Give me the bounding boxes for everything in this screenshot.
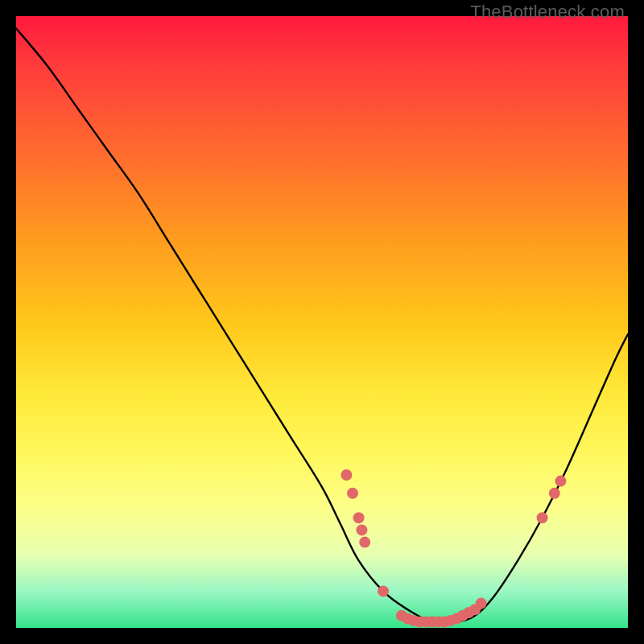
chart-svg — [16, 16, 628, 628]
data-marker — [476, 598, 487, 609]
data-marker — [549, 488, 560, 499]
data-marker — [341, 469, 352, 481]
data-marker — [537, 512, 548, 523]
data-marker — [353, 512, 365, 523]
data-markers — [341, 469, 566, 627]
data-marker — [356, 524, 367, 535]
data-marker — [378, 585, 389, 597]
plot-area — [16, 16, 628, 628]
data-marker — [555, 476, 566, 487]
bottleneck-curve — [16, 28, 628, 623]
data-marker — [347, 488, 358, 499]
chart-frame — [16, 16, 628, 628]
data-marker — [359, 537, 370, 548]
